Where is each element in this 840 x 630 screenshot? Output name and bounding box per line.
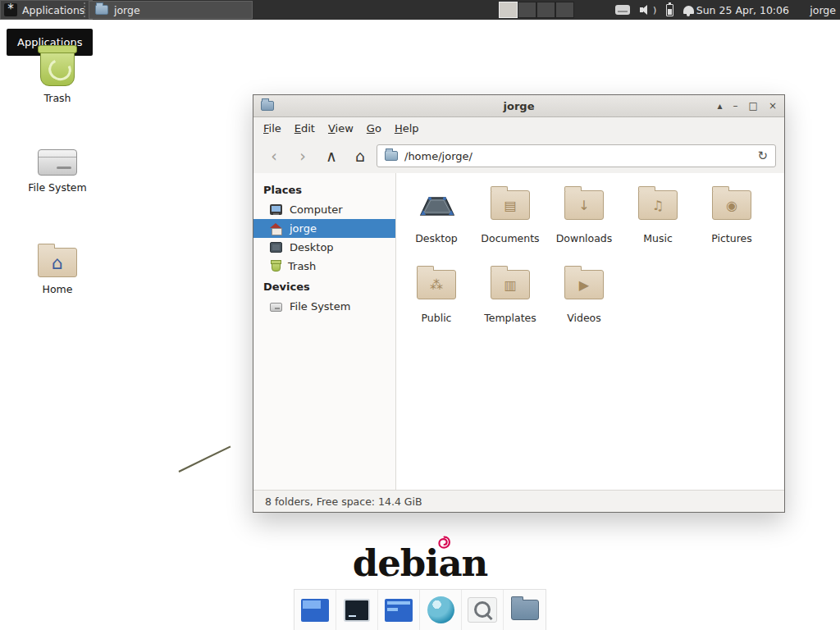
dock-item-web-browser[interactable] xyxy=(420,590,462,630)
workspace-3[interactable] xyxy=(536,2,555,18)
file-manager-icon xyxy=(95,5,108,15)
panel-separator-handle xyxy=(84,2,87,17)
battery-icon[interactable] xyxy=(666,4,673,16)
folder-icon: ♫ xyxy=(638,190,678,220)
workspace-switcher xyxy=(499,2,574,18)
menu-bar: File Edit View Go Help xyxy=(253,117,784,139)
status-text: 8 folders, Free space: 14.4 GiB xyxy=(265,495,422,508)
dock-item-terminal[interactable] xyxy=(336,590,378,630)
home-emblem-icon: ⌂ xyxy=(39,249,76,276)
folder-icon: ↓ xyxy=(564,190,604,220)
path-bar-input[interactable]: /home/jorge/ ↻ xyxy=(377,144,776,167)
status-bar: 8 folders, Free space: 14.4 GiB xyxy=(253,490,784,512)
wallpaper-logo: debian xyxy=(0,541,840,585)
sidebar-item-computer[interactable]: Computer xyxy=(253,200,395,219)
sidebar-item-label: File System xyxy=(290,300,350,313)
panel-user-menu[interactable]: jorge xyxy=(810,0,836,20)
menu-go[interactable]: Go xyxy=(367,122,381,135)
workspace-4[interactable] xyxy=(555,2,574,18)
sidebar-item-desktop[interactable]: Desktop xyxy=(253,238,395,257)
maximize-button[interactable]: □ xyxy=(749,95,758,117)
up-button[interactable]: ∧ xyxy=(319,144,344,168)
dock-item-settings[interactable] xyxy=(378,590,420,630)
trash-icon xyxy=(272,261,281,272)
home-button[interactable]: ⌂ xyxy=(348,144,372,168)
desktop-icon-home[interactable]: ⌂ Home xyxy=(12,243,103,295)
terminal-icon xyxy=(344,599,370,622)
sidebar-item-file-system[interactable]: File System xyxy=(253,297,395,316)
debian-swirl-icon xyxy=(436,536,450,550)
places-header: Places xyxy=(253,179,395,200)
window-titlebar[interactable]: jorge ▴ – □ × xyxy=(253,95,784,117)
path-folder-icon xyxy=(385,151,398,161)
dock-item-show-desktop[interactable] xyxy=(294,590,336,630)
shade-button[interactable]: ▴ xyxy=(718,95,723,117)
templates-emblem-icon: ▥ xyxy=(491,271,529,299)
close-button[interactable]: × xyxy=(769,95,777,117)
workspace-2[interactable] xyxy=(518,2,536,18)
folder-icon: ▥ xyxy=(491,270,530,299)
sidebar-item-jorge[interactable]: jorge xyxy=(253,219,395,238)
folder-templates[interactable]: ▥ Templates xyxy=(473,261,547,340)
taskbar-window-button[interactable]: jorge xyxy=(89,1,253,19)
toolbar: ‹ › ∧ ⌂ /home/jorge/ ↻ xyxy=(253,139,784,173)
notification-bell-icon[interactable] xyxy=(683,6,694,14)
volume-icon[interactable] xyxy=(640,4,650,16)
applications-menu-icon: * xyxy=(4,3,17,16)
documents-emblem-icon: ▤ xyxy=(491,191,529,219)
panel-settings-icon xyxy=(385,599,413,622)
desktop-icon xyxy=(270,242,282,253)
sidebar-item-label: Trash xyxy=(288,260,316,272)
sidebar-item-trash[interactable]: Trash xyxy=(253,257,395,276)
touchpad-icon[interactable] xyxy=(615,5,630,15)
back-button[interactable]: ‹ xyxy=(262,144,286,168)
web-browser-globe-icon xyxy=(427,596,454,623)
menu-help[interactable]: Help xyxy=(395,122,419,135)
file-grid: Desktop ▤ Documents ↓ Downloads ♫ Music … xyxy=(396,173,784,490)
folder-label: Videos xyxy=(567,312,601,324)
forward-button[interactable]: › xyxy=(290,144,315,168)
computer-icon xyxy=(270,204,282,215)
folder-documents[interactable]: ▤ Documents xyxy=(473,181,547,261)
folder-label: Documents xyxy=(481,232,539,244)
folder-label: Desktop xyxy=(415,232,458,244)
menu-file[interactable]: File xyxy=(263,122,281,135)
file-manager-folder-icon xyxy=(511,600,539,620)
folder-desktop[interactable]: Desktop xyxy=(399,181,473,261)
folder-music[interactable]: ♫ Music xyxy=(621,181,695,261)
taskbar-window-label: jorge xyxy=(114,4,140,16)
dock-item-app-finder[interactable] xyxy=(462,590,504,630)
desktop-icon-trash[interactable]: Trash xyxy=(12,45,103,104)
folder-label: Music xyxy=(643,232,673,244)
drive-icon xyxy=(38,149,77,176)
downloads-emblem-icon: ↓ xyxy=(565,191,603,219)
workspace-1[interactable] xyxy=(499,2,518,18)
drive-icon xyxy=(270,303,282,312)
folder-pictures[interactable]: ◉ Pictures xyxy=(695,181,769,261)
folder-public[interactable]: ⁂ Public xyxy=(399,261,473,340)
desktop-icon-label: Trash xyxy=(12,92,103,104)
top-panel: * Applications jorge ) Sun 25 Apr, 10:06… xyxy=(0,0,840,20)
menu-view[interactable]: View xyxy=(328,122,354,135)
reload-icon[interactable]: ↻ xyxy=(757,148,768,163)
minimize-button[interactable]: – xyxy=(733,95,738,117)
system-tray: ) xyxy=(615,0,694,20)
dock-item-file-manager[interactable] xyxy=(504,590,546,630)
magnifier-icon xyxy=(468,597,497,623)
debian-logo-text: debian xyxy=(353,541,488,585)
sidebar-item-label: Computer xyxy=(290,203,343,216)
public-emblem-icon: ⁂ xyxy=(418,271,455,299)
mouse-cursor xyxy=(179,445,231,472)
devices-header: Devices xyxy=(253,276,395,297)
panel-clock[interactable]: Sun 25 Apr, 10:06 xyxy=(696,0,789,20)
home-icon xyxy=(270,223,282,234)
file-manager-window: jorge ▴ – □ × File Edit View Go Help ‹ ›… xyxy=(253,94,785,513)
folder-videos[interactable]: ▶ Videos xyxy=(547,261,621,340)
folder-downloads[interactable]: ↓ Downloads xyxy=(547,181,621,261)
applications-menu-button[interactable]: * Applications xyxy=(0,0,93,20)
music-emblem-icon: ♫ xyxy=(639,191,677,219)
menu-edit[interactable]: Edit xyxy=(294,122,315,135)
desktop-icon-file-system[interactable]: File System xyxy=(12,141,103,194)
path-text: /home/jorge/ xyxy=(404,150,472,162)
pictures-emblem-icon: ◉ xyxy=(713,191,751,219)
